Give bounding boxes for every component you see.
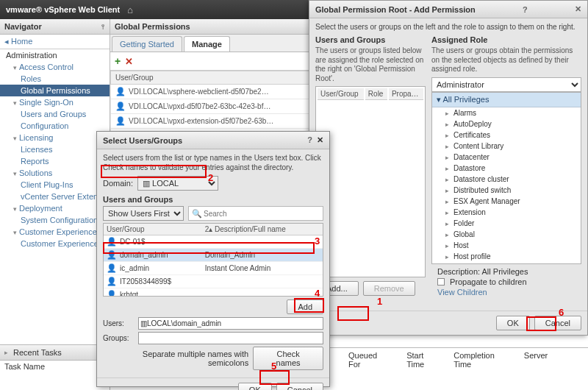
- col-role: Role: [365, 88, 387, 100]
- recent-tasks-col: Task Name: [4, 362, 45, 371]
- select-cancel-button[interactable]: Cancel: [276, 383, 323, 390]
- list-item[interactable]: 👤DC-01$: [104, 235, 323, 249]
- priv-item[interactable]: Datacenter: [432, 152, 581, 163]
- ok-button[interactable]: OK: [496, 316, 530, 330]
- user-icon: 👤: [115, 116, 126, 125]
- col-header: Start Time: [406, 351, 424, 369]
- domain-select[interactable]: ▥ LOCAL: [137, 176, 218, 191]
- user-icon: 👤: [107, 263, 117, 272]
- help-icon[interactable]: ?: [523, 5, 528, 14]
- close-icon[interactable]: ✕: [317, 135, 323, 144]
- remove-button[interactable]: Remove: [363, 281, 415, 296]
- priv-item[interactable]: Datastore: [432, 163, 581, 174]
- priv-item[interactable]: Alarms: [432, 107, 581, 118]
- nav-item[interactable]: Client Plug-Ins: [0, 179, 110, 191]
- recent-tasks-body: Task Name: [0, 361, 110, 390]
- col-header: Queued For: [348, 351, 377, 369]
- col-prop: Propa…: [389, 88, 423, 100]
- col-usergroup: User/Group: [318, 88, 364, 100]
- priv-item[interactable]: Host: [432, 240, 581, 251]
- priv-item[interactable]: ESX Agent Manager: [432, 196, 581, 207]
- ug-listbox[interactable]: User/Group Role Propa…: [315, 86, 426, 277]
- priv-item[interactable]: Global: [432, 229, 581, 240]
- tab-manage[interactable]: Manage: [184, 36, 230, 52]
- role-desc: The users or groups obtain the permissio…: [431, 46, 581, 74]
- priv-item[interactable]: Extension: [432, 207, 581, 218]
- nav-item[interactable]: Users and Groups: [0, 108, 110, 120]
- privileges-tree[interactable]: ▾ All PrivilegesAlarmsAutoDeployCertific…: [431, 92, 581, 264]
- priv-item[interactable]: AutoDeploy: [432, 118, 581, 130]
- priv-item[interactable]: Datastore cluster: [432, 174, 581, 185]
- domain-label: Domain:: [103, 179, 133, 188]
- propagate-checkbox[interactable]: Propagate to children: [437, 277, 576, 286]
- breadcrumb[interactable]: ◂ Home: [0, 35, 110, 49]
- nav-section[interactable]: ▾Licensing: [0, 132, 110, 143]
- priv-header[interactable]: ▾ All Privileges: [432, 93, 581, 107]
- list-item[interactable]: 👤ic_adminInstant Clone Admin: [104, 262, 323, 275]
- select-title: Select Users/Groups: [103, 136, 182, 145]
- nav-item[interactable]: System Configuration: [0, 214, 110, 226]
- nav-item[interactable]: Customer Experience Improv…: [0, 238, 110, 249]
- list-item[interactable]: 👤domain_adminDomain_Admin: [104, 249, 323, 262]
- user-icon: 👤: [107, 237, 117, 246]
- dialog-title: Global Permission Root - Add Permission: [315, 5, 476, 14]
- nav-section[interactable]: ▾Single Sign-On: [0, 96, 110, 108]
- cancel-button[interactable]: Cancel: [534, 316, 581, 330]
- add-user-button[interactable]: Add: [287, 299, 323, 314]
- user-icon: 👤: [115, 87, 126, 96]
- priv-item[interactable]: Folder: [432, 218, 581, 229]
- list-item[interactable]: 👤krbtgt: [104, 288, 323, 297]
- nav-item[interactable]: Global Permissions: [0, 85, 110, 96]
- search-input[interactable]: [202, 208, 320, 219]
- user-icon: 👤: [107, 277, 117, 286]
- user-list[interactable]: User/Group2▴ Description/Full name👤DC-01…: [103, 223, 323, 297]
- role-select[interactable]: Administrator: [431, 77, 581, 92]
- content-title-text: Global Permissions: [115, 22, 190, 31]
- col-header: User/Group: [104, 224, 202, 235]
- select-instr: Select users from the list or type names…: [103, 154, 323, 172]
- remove-icon[interactable]: ✕: [125, 56, 133, 67]
- navigator-panel: Navigator ⫯ ◂ Home Administration▾Access…: [0, 19, 110, 390]
- priv-item[interactable]: Certificates: [432, 130, 581, 141]
- add-icon[interactable]: +: [115, 55, 121, 67]
- home-icon[interactable]: ⌂: [127, 4, 133, 15]
- priv-item[interactable]: Content Library: [432, 141, 581, 152]
- recent-tasks-header[interactable]: ▸ Recent Tasks: [0, 344, 110, 361]
- nav-section[interactable]: ▾Access Control: [0, 61, 110, 73]
- nav-title-text: Navigator: [4, 22, 42, 31]
- priv-item[interactable]: Distributed switch: [432, 185, 581, 196]
- recent-tasks-title: Recent Tasks: [13, 348, 62, 357]
- nav-item[interactable]: Roles: [0, 73, 110, 85]
- search-box[interactable]: 🔍: [188, 206, 323, 221]
- col-header: Completion Time: [453, 351, 495, 369]
- nav-section[interactable]: ▾Deployment: [0, 202, 110, 214]
- navigator-title: Navigator ⫯: [0, 19, 110, 35]
- priv-item[interactable]: Host profile: [432, 251, 581, 262]
- nav-section[interactable]: ▾Customer Experience Improv…: [0, 226, 110, 238]
- view-children-link[interactable]: View Children: [437, 288, 487, 297]
- check-names-button[interactable]: Check names: [253, 347, 323, 370]
- separator-hint: Separate multiple names with semicolons: [103, 350, 248, 367]
- add-permission-dialog: Global Permission Root - Add Permission …: [309, 0, 588, 336]
- users-input[interactable]: [138, 317, 323, 330]
- search-icon: 🔍: [192, 209, 202, 219]
- user-icon: 👤: [107, 250, 117, 259]
- nav-item[interactable]: Licenses: [0, 143, 110, 155]
- nav-tree: Administration▾Access ControlRolesGlobal…: [0, 49, 110, 344]
- tab-getting-started[interactable]: Getting Started: [112, 36, 182, 52]
- select-ok-button[interactable]: OK: [238, 383, 272, 390]
- groups-input[interactable]: [138, 332, 323, 344]
- close-icon[interactable]: ✕: [575, 4, 581, 14]
- nav-item[interactable]: Reports: [0, 155, 110, 167]
- product-name: vmware® vSphere Web Client: [6, 5, 120, 14]
- col-header: 2▴ Description/Full name: [202, 224, 323, 235]
- show-select[interactable]: Show Users First: [103, 206, 184, 221]
- help-icon[interactable]: ?: [307, 135, 312, 144]
- list-item[interactable]: 👤IT2058344899$: [104, 275, 323, 288]
- nav-item[interactable]: vCenter Server Extensio…: [0, 191, 110, 202]
- priv-desc: Description: All Privileges: [437, 267, 576, 276]
- nav-item[interactable]: Configuration: [0, 120, 110, 132]
- nav-section[interactable]: ▾Solutions: [0, 167, 110, 179]
- pin-icon[interactable]: ⫯: [101, 23, 105, 31]
- role-heading: Assigned Role: [431, 35, 581, 44]
